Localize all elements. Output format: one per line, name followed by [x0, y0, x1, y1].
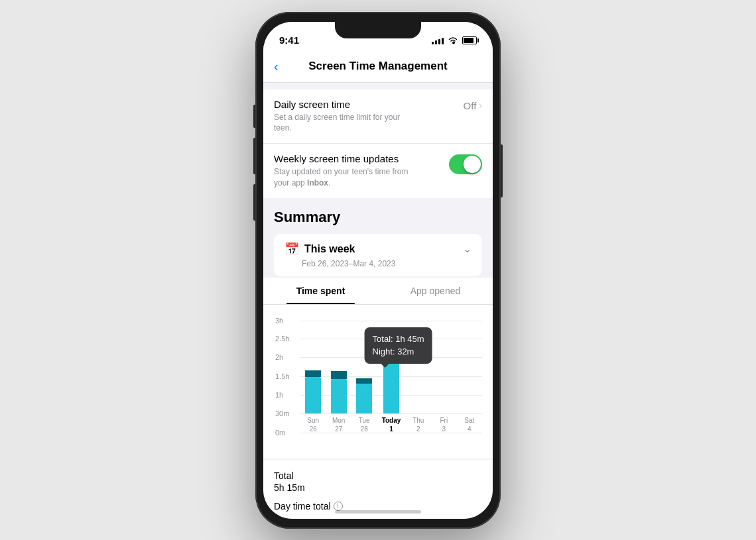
side-button-vol-down — [253, 184, 255, 221]
nav-bar: ‹ Screen Time Management — [263, 51, 493, 83]
bar-group-fri[interactable]: Fri3 — [436, 413, 452, 433]
bar-group-tue[interactable]: Tue28 — [356, 378, 372, 433]
bar-group-thu[interactable]: Thu2 — [410, 413, 426, 433]
week-row: 📅 This week ⌄ — [284, 242, 472, 256]
tab-app-opened[interactable]: App opened — [378, 278, 493, 304]
total-value: 5h 15m — [274, 482, 482, 493]
signal-bar-3 — [438, 39, 440, 44]
chart-area: Total: 1h 45m Night: 32m 3h 2.5h 2h — [274, 321, 482, 453]
summary-section: Summary 📅 This week ⌄ Feb 26, 2023–Mar 4… — [263, 198, 493, 276]
bar-night-sun — [305, 370, 321, 377]
grid-label-1h: 1h — [275, 391, 283, 399]
bar-stack-sun — [305, 370, 321, 413]
side-button-power — [501, 144, 503, 197]
bar-stack-mon — [331, 371, 347, 413]
weekly-updates-desc-suffix: . — [328, 178, 330, 188]
week-selector[interactable]: 📅 This week ⌄ Feb 26, 2023–Mar 4, 2023 — [274, 234, 482, 276]
week-label: This week — [304, 243, 355, 255]
side-button-vol-up — [253, 138, 255, 174]
scroll-content[interactable]: Daily screen time Set a daily screen tim… — [263, 83, 493, 519]
weekly-updates-toggle[interactable] — [449, 154, 482, 174]
bar-stack-tue — [356, 378, 372, 413]
week-left: 📅 This week — [284, 242, 355, 256]
bar-label-mon: Mon27 — [332, 416, 345, 433]
grid-label-30m: 30m — [275, 409, 289, 417]
bar-group-mon[interactable]: Mon27 — [331, 371, 347, 433]
grid-label-0m: 0m — [275, 429, 285, 437]
weekly-updates-desc-text: Stay updated on your teen's time from yo… — [274, 167, 408, 188]
calendar-icon: 📅 — [284, 242, 299, 256]
signal-bar-4 — [442, 38, 444, 44]
battery-fill — [464, 38, 473, 43]
bar-label-sat: Sat4 — [464, 416, 474, 433]
grid-label-3h: 3h — [275, 317, 283, 325]
daily-screen-time-label: Daily screen time — [274, 99, 420, 110]
battery-icon — [462, 36, 477, 44]
tabs-container: Time spent App opened — [263, 278, 493, 305]
phone-screen: 9:41 ‹ Screen Ti — [263, 22, 493, 519]
weekly-updates-desc: Stay updated on your teen's time from yo… — [274, 166, 420, 189]
signal-bar-1 — [432, 42, 434, 44]
signal-bar-2 — [435, 40, 437, 44]
bar-night-mon — [331, 371, 347, 379]
weekly-updates-label: Weekly screen time updates — [274, 153, 420, 164]
bar-label-sun: Sun26 — [307, 416, 319, 433]
nav-title: Screen Time Management — [308, 60, 447, 73]
bar-label-today: Today1 — [382, 416, 401, 433]
total-label: Total — [274, 470, 482, 481]
week-date-range: Feb 26, 2023–Mar 4, 2023 — [284, 259, 472, 268]
signal-bars-icon — [432, 36, 444, 44]
daily-screen-time-desc: Set a daily screen time limit for your t… — [274, 112, 420, 135]
bar-night-tue — [356, 378, 372, 384]
daily-screen-time-right: Off › — [464, 100, 482, 111]
grid-label-2h: 2h — [275, 353, 283, 361]
bar-group-sun[interactable]: Sun26 — [305, 370, 321, 433]
settings-card: Daily screen time Set a daily screen tim… — [263, 89, 493, 198]
phone-frame: 9:41 ‹ Screen Ti — [255, 12, 501, 529]
total-row: Total 5h 15m — [274, 470, 482, 493]
status-time: 9:41 — [279, 34, 299, 46]
bar-group-sat[interactable]: Sat4 — [462, 413, 477, 433]
status-icons — [432, 36, 477, 44]
day-time-total-text: Day time total — [274, 501, 331, 512]
tab-time-spent-label: Time spent — [296, 286, 346, 296]
bar-day-sun — [305, 377, 321, 413]
status-bar: 9:41 — [263, 22, 493, 51]
grid-label-15h: 1.5h — [275, 372, 289, 380]
bar-label-tue: Tue28 — [359, 416, 370, 433]
bar-day-today — [383, 360, 399, 413]
chart-container: Total: 1h 45m Night: 32m 3h 2.5h 2h — [263, 305, 493, 459]
home-indicator — [335, 510, 421, 513]
summary-title: Summary — [274, 209, 482, 226]
weekly-updates-row: Weekly screen time updates Stay updated … — [263, 144, 493, 198]
bar-label-fri: Fri3 — [440, 416, 448, 433]
grid-label-25h: 2.5h — [275, 335, 289, 343]
bars-area: Sun26 Mon27 — [300, 321, 482, 433]
toggle-knob — [464, 156, 481, 173]
chevron-right-icon: › — [479, 100, 482, 111]
tab-time-spent[interactable]: Time spent — [263, 278, 378, 304]
week-chevron-icon: ⌄ — [463, 243, 472, 255]
bar-label-thu: Thu2 — [412, 416, 424, 433]
bar-night-today — [383, 335, 399, 360]
tab-app-opened-label: App opened — [410, 286, 461, 296]
bar-group-today[interactable]: Today1 — [382, 335, 401, 433]
wifi-icon — [448, 36, 458, 44]
weekly-updates-right — [449, 154, 482, 174]
inbox-label: Inbox — [307, 178, 328, 188]
bar-day-mon — [331, 379, 347, 413]
back-button[interactable]: ‹ — [274, 59, 279, 74]
daily-screen-time-status: Off — [464, 100, 477, 111]
bar-stack-today — [383, 335, 399, 413]
side-button-mute — [253, 105, 255, 128]
bar-day-tue — [356, 384, 372, 413]
daily-screen-time-row[interactable]: Daily screen time Set a daily screen tim… — [263, 89, 493, 144]
